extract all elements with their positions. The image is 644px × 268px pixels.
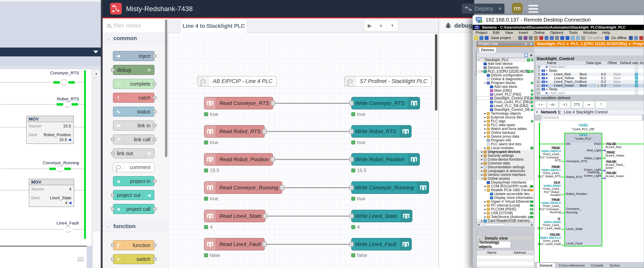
search-input[interactable]	[114, 22, 162, 29]
accessible-checkbox[interactable]: ✔	[635, 77, 638, 80]
palette-node-project-call[interactable]: ⪡project call	[113, 204, 154, 214]
menu-view[interactable]: View	[505, 30, 513, 35]
user-avatar[interactable]: rm	[512, 3, 522, 14]
tree-item[interactable]: ▼Stacklight_PLC✔	[477, 58, 534, 62]
deploy-button[interactable]: Deploy ▼	[462, 4, 504, 14]
print-icon[interactable]	[513, 36, 517, 40]
accessible-checkbox[interactable]	[635, 88, 638, 91]
undo-icon[interactable]	[544, 36, 548, 40]
menu-project[interactable]: Project	[476, 30, 487, 35]
flow-wire[interactable]	[266, 131, 349, 132]
tree-item[interactable]: ▶Documentation settings	[477, 165, 534, 169]
delete-icon[interactable]	[539, 36, 543, 40]
mov-instruction[interactable]: MOVSource4DestLine4_State4◀	[29, 179, 74, 207]
breadcrumb-segment[interactable]: Program blocks	[633, 41, 644, 46]
tag-row[interactable]: 12◂▼Temp	[536, 87, 644, 91]
tree-item[interactable]: Stacklight_Control_DB [...	[477, 108, 534, 112]
project-tree-hscrollbar[interactable]: ◀ ▶	[476, 223, 534, 227]
tree-expander-icon[interactable]: ▼	[481, 178, 483, 180]
hscroll-left-icon[interactable]: ◀	[478, 223, 480, 226]
node-output-port[interactable]	[153, 258, 156, 261]
palette-node-comment[interactable]: comment	[113, 162, 154, 172]
tree-item[interactable]: Main [OB1]	[477, 89, 534, 92]
tree-expander-icon[interactable]: ▶	[484, 116, 486, 118]
accessible-checkbox[interactable]: ✔	[635, 80, 638, 83]
print-icon[interactable]	[518, 36, 522, 40]
tree-item[interactable]: ▶PLC tags	[477, 119, 534, 123]
cross-ref-icon[interactable]	[639, 36, 643, 40]
tree-item[interactable]: ▶Common data	[477, 161, 534, 165]
paste-icon[interactable]	[534, 36, 538, 40]
menu-options[interactable]: Options	[550, 30, 563, 35]
tree-item[interactable]: From_Line4_PLC [DB1]	[477, 100, 534, 104]
hscroll-thumb[interactable]	[485, 223, 504, 226]
ladder-scrollbar-up-icon[interactable]: ▲	[92, 70, 100, 77]
flow-node-Write-Robot_Position[interactable]: Write Robot_Position	[351, 153, 420, 166]
devices-tab[interactable]: Devices	[479, 47, 496, 53]
go-online-label[interactable]: Go online	[587, 36, 603, 40]
input-operand-stack[interactable]: 4%DB1.DBD8"From_Line4_PLC".Line4_State	[534, 218, 561, 230]
menu-insert[interactable]: Insert	[518, 30, 528, 35]
cut-icon[interactable]	[524, 36, 528, 40]
breadcrumb-segment[interactable]: Stacklight_PLC	[537, 41, 565, 46]
tag-row[interactable]: 8◂Line4_RedBool0.0false✔	[536, 72, 644, 76]
tree-expander-icon[interactable]: ▶	[484, 132, 486, 134]
download-to-device-icon[interactable]	[560, 36, 564, 40]
node-output-port[interactable]	[153, 110, 156, 113]
tree-item[interactable]: ▶Online backups	[477, 131, 534, 135]
tree-expander-icon[interactable]: ▶	[484, 216, 486, 218]
node-output-port[interactable]	[153, 244, 156, 247]
tree-item[interactable]: Add new device	[477, 62, 534, 66]
node-output-port[interactable]	[153, 180, 156, 183]
open-branch-icon[interactable]: ↦	[583, 101, 594, 108]
tree-item[interactable]: ▶Version control interface	[477, 173, 534, 177]
palette-node-project-out[interactable]: ⪡project out	[113, 190, 154, 200]
node-input-port[interactable]	[349, 157, 354, 162]
compile-icon[interactable]	[555, 36, 559, 40]
tree-expander-icon[interactable]: ▼	[484, 82, 486, 84]
tree-item[interactable]: ▶PC internal [Local]	[477, 204, 534, 207]
inspector-tab-syntax[interactable]: Syntax	[607, 263, 623, 268]
node-input-port[interactable]	[349, 129, 354, 134]
tree-item[interactable]: ▶Security settings	[477, 154, 534, 158]
palette-node-project-in[interactable]: ⪡project in	[113, 176, 154, 186]
tree-item[interactable]: ▶USB [S7USB]	[477, 211, 534, 215]
palette-node-status[interactable]: ∿status	[113, 107, 154, 117]
output-operand-stack[interactable]: FALSE#Line4_Red	[606, 142, 621, 149]
tree-item[interactable]: Program info	[477, 138, 534, 142]
hamburger-menu-icon[interactable]	[528, 5, 538, 13]
menu-online[interactable]: Online	[534, 30, 544, 35]
hscroll-right-icon[interactable]: ▶	[531, 223, 533, 226]
comment-node[interactable]: S7 Profinet - Stacklight PLC	[344, 76, 432, 87]
mov-instruction[interactable]: MOVSource15.5DestRobot_Position15.5◀	[26, 116, 74, 144]
tree-item[interactable]: ▶Ungrouped devices	[477, 150, 534, 154]
tree-expander-icon[interactable]: ▶	[481, 170, 483, 172]
input-operand-stack[interactable]: TRUE%DB1.DBX0.1"From_Line4_PLC".Robot_RT…	[534, 165, 561, 178]
accessible-checkbox[interactable]	[635, 69, 638, 72]
flow-node-Write-Conveyor_RTS[interactable]: Write Conveyor_RTS	[351, 97, 420, 109]
tag-column-header[interactable]: Data type	[585, 61, 606, 65]
save-project-label[interactable]: Save project	[491, 36, 511, 40]
network-comment-field[interactable]: Comment	[541, 115, 642, 120]
details-collapse-icon[interactable]: ⌄	[477, 236, 483, 240]
tree-expander-icon[interactable]: ▶	[484, 135, 486, 138]
flow-node-Read-Conveyor_RTS[interactable]: Read Conveyor_RTS	[204, 97, 273, 109]
plc-programming-side-tab[interactable]: PLC programming	[472, 41, 476, 268]
accessible-checkbox[interactable]	[635, 65, 638, 68]
open-project-icon[interactable]	[480, 36, 483, 40]
flow-wire[interactable]	[274, 159, 349, 160]
tree-item[interactable]: Line4_PLC [FB2]	[477, 92, 534, 96]
node-output-port[interactable]	[280, 185, 284, 190]
contact-nc-icon[interactable]: ⊣/⊢	[547, 101, 558, 108]
input-operand-stack[interactable]: 15.5%DB1.DBD2"From_Line4_PLC".Robot_Posi…	[534, 181, 561, 197]
debug-sidebar-header[interactable]: debug	[439, 18, 474, 33]
add-flow-icon[interactable]: +	[376, 20, 387, 31]
tree-item[interactable]: ▶COM [RS232/PPI multi-master c...?	[477, 184, 534, 188]
flow-wire[interactable]	[284, 187, 349, 188]
tree-item[interactable]: ▼Program blocks	[477, 81, 534, 85]
start-simulation-icon[interactable]	[634, 36, 638, 40]
flow-node-Write-Conveyor_Running[interactable]: Write Conveyor_Running	[351, 181, 429, 194]
close-branch-icon[interactable]: ⤴	[596, 101, 607, 108]
contact-no-icon[interactable]: ⊣ ⊢	[535, 101, 546, 108]
menu-edit[interactable]: Edit	[493, 30, 500, 35]
